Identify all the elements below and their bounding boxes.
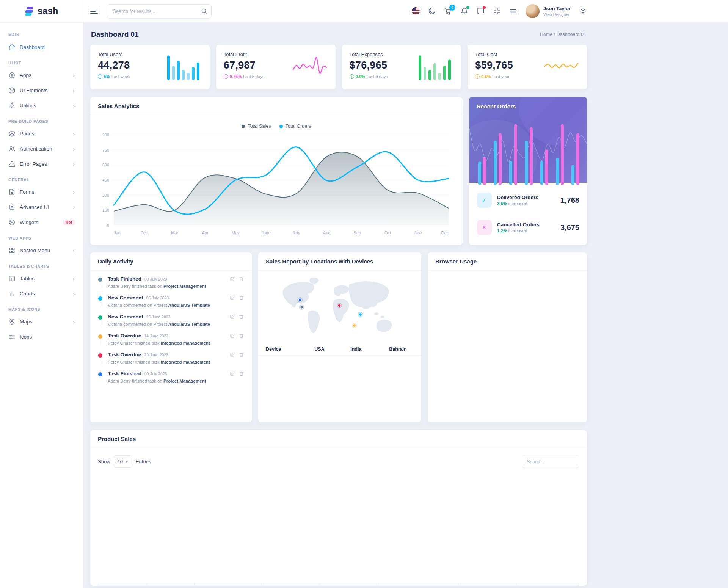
language-flag-icon[interactable] — [412, 7, 420, 15]
breadcrumb-home[interactable]: Home — [540, 32, 552, 37]
arrow-up-circle-icon: ↑ — [350, 74, 354, 79]
svg-text:Apr: Apr — [202, 230, 208, 235]
messages-icon[interactable] — [477, 7, 485, 16]
layers-icon — [8, 130, 16, 137]
fullscreen-icon[interactable] — [493, 7, 501, 16]
product-sales-card: Product Sales Show 10▼ Entries — [90, 430, 587, 586]
product-table-header — [98, 583, 579, 586]
sidebar-section-label: TABLES & CHARTS — [8, 264, 75, 268]
cart-icon[interactable]: 4 — [444, 7, 452, 16]
map-marker-usa-1[interactable] — [298, 298, 301, 301]
edit-icon[interactable] — [229, 371, 235, 376]
legend-total-orders[interactable]: Total Orders — [279, 124, 311, 129]
user-menu[interactable]: Json Taylor Web Designer — [526, 4, 571, 18]
settings-gear-icon[interactable] — [579, 7, 587, 16]
delivered-orders-value: 1,768 — [560, 196, 579, 205]
stat-card-total-cost: Total Cost$59,765↑0.6% Last year — [468, 45, 587, 89]
svg-text:Nov: Nov — [414, 230, 422, 235]
sidebar-nav: MAINDashboardUI KITApps›UI Elements›Util… — [0, 23, 83, 352]
sidebar-item-error-pages[interactable]: Error Pages› — [5, 156, 78, 171]
sidebar-item-widgets[interactable]: WidgetsHot — [5, 215, 78, 230]
notifications-bell-icon[interactable] — [460, 7, 469, 16]
svg-text:600: 600 — [102, 163, 109, 167]
svg-text:Jan: Jan — [114, 230, 121, 235]
stat-card-total-users: Total Users44,278↑5% Last week — [90, 45, 210, 89]
map-marker-bahrain[interactable] — [353, 324, 356, 327]
activity-item: New Comment25 June 2023Victoria commente… — [98, 314, 244, 333]
sidebar-item-forms[interactable]: Forms› — [5, 184, 78, 199]
chevron-right-icon: › — [73, 146, 75, 152]
pin-icon — [8, 318, 16, 325]
sidebar-item-ui-elements[interactable]: UI Elements› — [5, 83, 78, 98]
user-avatar — [526, 4, 540, 18]
trash-icon[interactable] — [238, 371, 244, 376]
chevron-right-icon: › — [73, 276, 75, 281]
grid-icon — [8, 246, 16, 254]
chevron-down-icon: ▼ — [125, 460, 129, 464]
world-map — [258, 271, 421, 343]
trash-icon[interactable] — [238, 333, 244, 339]
sidebar-item-maps[interactable]: Maps› — [5, 314, 78, 329]
page-size-select[interactable]: 10▼ — [114, 455, 132, 468]
sales-report-card: Sales Report by Locations with Devices — [258, 252, 421, 422]
product-sales-title: Product Sales — [98, 436, 136, 442]
sidebar-item-charts[interactable]: Charts› — [5, 286, 78, 301]
edit-icon[interactable] — [229, 276, 235, 282]
sidebar-item-dashboard[interactable]: Dashboard — [5, 39, 78, 55]
svg-text:June: June — [261, 230, 270, 235]
search-icon[interactable] — [201, 8, 207, 14]
svg-text:300: 300 — [102, 193, 109, 198]
user-role: Web Designer — [543, 12, 571, 17]
edit-icon[interactable] — [229, 352, 235, 358]
arrow-up-circle-icon: ↑ — [475, 74, 480, 79]
sidebar-item-icons[interactable]: Icons — [5, 329, 78, 344]
sidebar-item-authentication[interactable]: Authentication› — [5, 141, 78, 156]
svg-text:900: 900 — [102, 133, 109, 137]
svg-text:July: July — [293, 230, 300, 235]
edit-icon[interactable] — [229, 333, 235, 339]
sidebar-item-pages[interactable]: Pages› — [5, 126, 78, 141]
trash-icon[interactable] — [238, 276, 244, 282]
topbar: 4 Json Taylor Web Designer — [83, 0, 728, 23]
timeline-dot — [98, 372, 102, 376]
home-icon — [8, 43, 16, 51]
trash-icon[interactable] — [238, 352, 244, 358]
legend-total-sales[interactable]: Total Sales — [242, 124, 271, 129]
search-input[interactable] — [107, 4, 212, 19]
svg-text:Mar: Mar — [171, 230, 178, 235]
chart-legend: Total SalesTotal Orders — [94, 118, 459, 130]
recent-orders-title: Recent Orders — [477, 103, 516, 110]
breadcrumb-current: Dashboard 01 — [556, 32, 586, 37]
sidebar-toggle-icon[interactable] — [90, 7, 98, 16]
timeline-dot — [98, 296, 102, 301]
chart-icon — [8, 290, 16, 297]
trash-icon[interactable] — [238, 295, 244, 301]
svg-text:Dec: Dec — [441, 230, 449, 235]
legend-dot — [242, 125, 245, 128]
map-marker-europe[interactable] — [338, 304, 341, 307]
sidebar-item-tables[interactable]: Tables› — [5, 271, 78, 286]
sidebar-item-apps[interactable]: Apps› — [5, 67, 78, 83]
sidebar-item-nested-menu[interactable]: Nested Menu› — [5, 243, 78, 258]
sidebar-section-label: UI KIT — [8, 61, 75, 65]
message-dot — [483, 6, 486, 9]
dark-mode-moon-icon[interactable] — [428, 7, 436, 16]
sidebar-item-utilities[interactable]: Utilities› — [5, 98, 78, 113]
map-marker-usa-2[interactable] — [300, 306, 303, 309]
right-sidebar-toggle-icon[interactable] — [509, 7, 518, 16]
table-search-input[interactable] — [522, 455, 579, 468]
file-icon — [8, 188, 16, 196]
edit-icon[interactable] — [229, 314, 235, 320]
svg-text:0: 0 — [107, 223, 109, 227]
sidebar-section-label: MAPS & ICONS — [8, 307, 75, 312]
sidebar-item-advanced-ui[interactable]: Advanced Ui› — [5, 199, 78, 215]
sales-analytics-chart: 0150300450600750900JanFebMarAprMayJuneJu… — [94, 130, 456, 240]
edit-icon[interactable] — [229, 295, 235, 301]
svg-text:Aug: Aug — [323, 230, 331, 235]
activity-item: Task Overdue29 June 2023Petey Cruiser fi… — [98, 352, 244, 371]
brand-logo[interactable]: sash — [0, 0, 83, 23]
stat-card-total-profit: Total Profit67,987↑0.75% Last 6 days — [216, 45, 336, 89]
activity-item: Task Overdue14 June 2023Petey Cruiser fi… — [98, 333, 244, 352]
trash-icon[interactable] — [238, 314, 244, 320]
map-marker-india[interactable] — [359, 313, 362, 316]
